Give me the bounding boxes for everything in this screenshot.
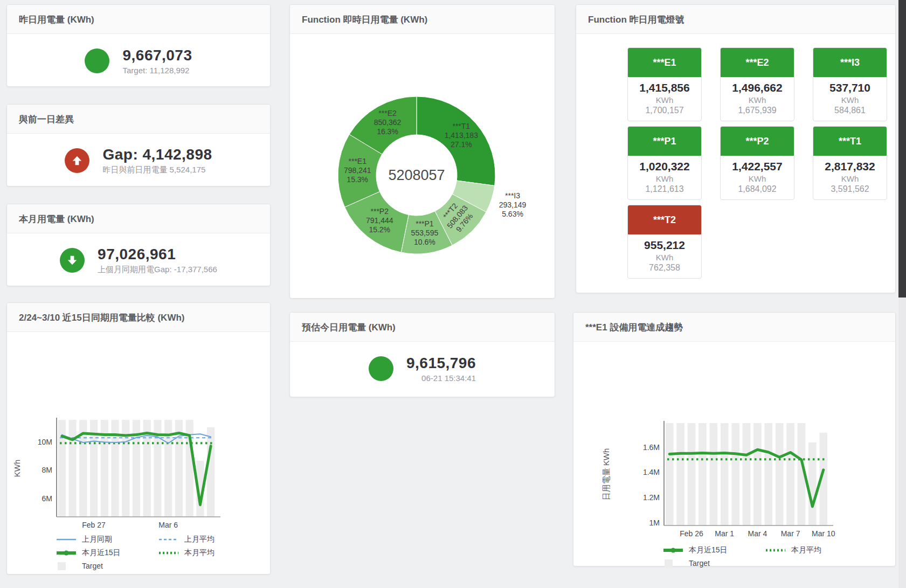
legend-label: Target	[689, 559, 710, 568]
y-tick-label: 1.4M	[643, 468, 660, 476]
light-tile[interactable]: ***E1 1,415,856 KWh 1,700,157	[627, 47, 702, 121]
x-tick-label: Mar 1	[715, 529, 734, 538]
legend-item[interactable]: 本月近15日	[662, 545, 765, 555]
card-month-title: 本月用電量 (KWh)	[7, 204, 270, 233]
comparison-chart: 6M8M10MFeb 27Mar 6KWh	[7, 332, 270, 530]
legend-item[interactable]: 本月近15日	[56, 548, 158, 558]
card-yesterday-lights: Function 昨日用電燈號 ***E1 1,415,856 KWh 1,70…	[576, 4, 896, 293]
card-yesterday-usage: 昨日用電量 (KWh) 9,667,073 Target: 11,128,992	[6, 4, 271, 87]
legend-swatch-icon	[765, 546, 786, 555]
arrow-down-icon	[60, 248, 85, 273]
light-tile-target: 584,861	[815, 106, 884, 115]
target-bar	[688, 423, 696, 525]
legend-swatch-icon	[56, 562, 77, 570]
scrollbar-thumb[interactable]	[898, 0, 906, 298]
comparison-chart-legend: 上月同期 上月平均 本月近15日 本月平均 Target	[56, 535, 270, 570]
target-bar	[666, 423, 674, 525]
arrow-up-icon	[65, 148, 89, 173]
legend-box-icon	[58, 562, 66, 570]
light-tile-name: ***I3	[813, 48, 887, 77]
light-tile-name: ***E2	[721, 48, 794, 77]
legend-label: 本月近15日	[82, 548, 121, 558]
legend-label: 本月平均	[791, 545, 821, 555]
legend-box-icon	[665, 559, 673, 568]
light-tile-value: 1,496,662	[723, 81, 792, 94]
status-circle-green-icon	[369, 356, 393, 381]
legend-swatch-icon	[662, 559, 684, 568]
legend-item[interactable]: 本月平均	[765, 545, 895, 555]
status-circle-green-icon	[85, 49, 109, 73]
estimate-timestamp: 06-21 15:34:41	[406, 373, 476, 383]
x-tick-label: Mar 6	[158, 521, 178, 529]
light-tile[interactable]: ***T2 955,212 KWh 762,358	[627, 205, 702, 279]
light-tile-target: 1,121,613	[630, 184, 699, 194]
y-axis-title: 日用電量 KWh	[601, 448, 611, 501]
light-tile-name: ***P2	[721, 127, 794, 156]
card-yesterday-title: 昨日用電量 (KWh)	[7, 5, 270, 34]
light-tile-unit: KWh	[815, 95, 884, 105]
y-tick-label: 1.2M	[643, 493, 660, 502]
legend-label: 本月近15日	[689, 545, 728, 555]
light-tile-target: 3,591,562	[815, 184, 884, 194]
dashboard-page: 昨日用電量 (KWh) 9,667,073 Target: 11,128,992…	[0, 0, 906, 588]
target-bar	[786, 423, 794, 525]
light-tile-unit: KWh	[723, 95, 792, 105]
card-today-estimate: 預估今日用電量 (KWh) 9,615,796 06-21 15:34:41	[289, 312, 555, 397]
light-tile-target: 1,675,939	[723, 106, 792, 115]
gap-subtitle: 昨日與前日用電量 5,524,175	[102, 165, 212, 175]
card-realtime-donut: Function 即時日用電量 (KWh) ***T11,413,18327.1…	[289, 4, 555, 299]
legend-swatch-icon	[158, 535, 179, 544]
y-tick-label: 6M	[42, 494, 52, 503]
light-tile-unit: KWh	[630, 253, 699, 262]
legend-item[interactable]: Target	[662, 559, 765, 568]
yesterday-usage-target: Target: 11,128,992	[122, 66, 192, 75]
trend-chart-title: ***E1 設備用電達成趨勢	[573, 313, 895, 342]
target-bar	[776, 423, 784, 525]
realtime-usage-donut-chart: ***T11,413,18327.1%***I3293,1495.63%***T…	[290, 34, 555, 297]
legend-item[interactable]: 上月平均	[158, 535, 270, 544]
donut-slice-label: ***I3293,1495.63%	[499, 191, 527, 218]
yesterday-usage-value: 9,667,073	[122, 47, 192, 64]
legend-item[interactable]: 本月平均	[158, 548, 270, 558]
target-bar	[68, 420, 76, 517]
card-15day-comparison: 2/24~3/10 近15日同期用電量比較 (KWh) 6M8M10MFeb 2…	[6, 302, 271, 575]
target-bar	[676, 423, 684, 525]
card-gap-title: 與前一日差異	[7, 105, 270, 134]
light-tile[interactable]: ***I3 537,710 KWh 584,861	[813, 47, 887, 121]
legend-swatch-icon	[56, 549, 77, 557]
light-tile[interactable]: ***T1 2,817,832 KWh 3,591,562	[813, 126, 887, 200]
light-tile-target: 1,700,157	[630, 106, 699, 115]
legend-item[interactable]: 上月同期	[56, 535, 158, 544]
x-tick-label: Mar 4	[748, 529, 767, 538]
legend-label: Target	[82, 562, 103, 570]
estimate-card-title: 預估今日用電量 (KWh)	[290, 313, 555, 342]
month-usage-value: 97,026,961	[98, 246, 217, 263]
gap-value: Gap: 4,142,898	[102, 146, 212, 163]
light-tile-unit: KWh	[630, 95, 699, 105]
trend-chart-legend: 本月近15日 本月平均 Target	[662, 545, 895, 568]
light-tile-value: 955,212	[630, 239, 699, 252]
light-tile[interactable]: ***P1 1,020,322 KWh 1,121,613	[627, 126, 702, 200]
target-bar	[731, 423, 739, 525]
light-tile-value: 1,422,557	[723, 160, 792, 173]
month-usage-gap: 上個月同期用電Gap: -17,377,566	[98, 265, 217, 275]
donut-center-value: 5208057	[388, 167, 445, 183]
light-tile-target: 762,358	[630, 263, 699, 273]
light-tile-name: ***E1	[628, 48, 701, 77]
legend-swatch-icon	[56, 535, 77, 544]
target-bar	[709, 423, 717, 525]
y-tick-label: 1M	[649, 518, 660, 527]
legend-item[interactable]: Target	[56, 562, 158, 570]
today-estimate-value: 9,615,796	[406, 355, 476, 372]
card-month-usage: 本月用電量 (KWh) 97,026,961 上個月同期用電Gap: -17,3…	[6, 204, 271, 286]
light-tile-name: ***T2	[628, 205, 701, 234]
target-bar	[764, 423, 772, 525]
scrollbar-track[interactable]	[898, 0, 906, 588]
lights-panel-title: Function 昨日用電燈號	[576, 5, 895, 34]
light-tile[interactable]: ***E2 1,496,662 KWh 1,675,939	[720, 47, 794, 121]
light-tile[interactable]: ***P2 1,422,557 KWh 1,684,092	[720, 126, 794, 200]
y-tick-label: 1.6M	[643, 443, 660, 452]
legend-swatch-icon	[158, 549, 179, 557]
x-tick-label: Mar 10	[812, 529, 835, 538]
legend-swatch-icon	[662, 546, 684, 555]
